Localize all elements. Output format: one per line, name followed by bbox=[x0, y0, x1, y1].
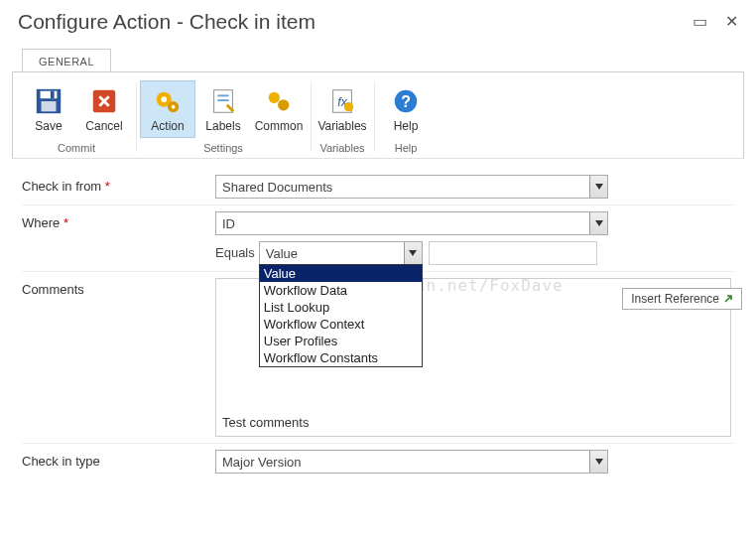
dropdown-option[interactable]: Workflow Data bbox=[260, 282, 422, 299]
ribbon-group-commit: Save Cancel Commit bbox=[17, 80, 136, 158]
window-close-icon[interactable]: ✕ bbox=[725, 14, 738, 30]
group-title-settings: Settings bbox=[140, 138, 307, 156]
labels-button[interactable]: Labels bbox=[195, 80, 251, 138]
save-button[interactable]: Save bbox=[21, 80, 76, 138]
chevron-down-icon bbox=[589, 212, 607, 234]
labels-icon bbox=[207, 85, 239, 117]
equals-text-field[interactable] bbox=[429, 241, 597, 265]
variables-icon: fx bbox=[326, 85, 358, 117]
checkin-from-select[interactable]: Shared Documents bbox=[215, 175, 608, 199]
checkin-from-value: Shared Documents bbox=[222, 180, 332, 195]
chevron-down-icon bbox=[404, 242, 422, 264]
common-icon bbox=[263, 85, 295, 117]
action-button[interactable]: Action bbox=[140, 80, 195, 138]
help-button[interactable]: ? Help bbox=[378, 80, 434, 138]
group-title-help: Help bbox=[378, 138, 434, 156]
equals-select[interactable]: Value bbox=[259, 241, 423, 265]
variables-button[interactable]: fx Variables bbox=[315, 80, 370, 138]
insert-reference-button[interactable]: Insert Reference bbox=[622, 288, 742, 310]
labels-label: Labels bbox=[205, 119, 240, 133]
save-label: Save bbox=[35, 119, 62, 133]
checkin-type-label: Check in type bbox=[22, 450, 215, 469]
common-label: Common bbox=[255, 119, 304, 133]
help-icon: ? bbox=[390, 85, 422, 117]
group-title-variables: Variables bbox=[315, 138, 370, 156]
insert-reference-label: Insert Reference bbox=[631, 292, 719, 306]
gears-icon bbox=[152, 85, 184, 117]
equals-label: Equals bbox=[215, 241, 259, 260]
equals-value: Value bbox=[266, 246, 298, 261]
comments-value: Test comments bbox=[222, 415, 724, 430]
where-select[interactable]: ID bbox=[215, 211, 608, 235]
svg-rect-1 bbox=[41, 91, 58, 99]
group-title-commit: Commit bbox=[21, 138, 132, 156]
checkin-type-value: Major Version bbox=[222, 455, 301, 470]
dropdown-option[interactable]: List Lookup bbox=[260, 299, 422, 316]
ribbon-group-help: ? Help Help bbox=[374, 80, 438, 158]
svg-rect-3 bbox=[51, 91, 55, 99]
tab-general[interactable]: GENERAL bbox=[22, 49, 111, 72]
svg-rect-2 bbox=[42, 101, 57, 111]
svg-point-8 bbox=[172, 105, 176, 109]
svg-text:?: ? bbox=[401, 93, 411, 110]
svg-point-6 bbox=[161, 96, 167, 102]
window-restore-icon[interactable]: ▭ bbox=[693, 14, 707, 30]
dropdown-option[interactable]: Workflow Context bbox=[260, 316, 422, 333]
equals-dropdown: Value Workflow Data List Lookup Workflow… bbox=[259, 264, 423, 367]
chevron-down-icon bbox=[589, 451, 607, 473]
cancel-label: Cancel bbox=[85, 119, 122, 133]
dropdown-option[interactable]: Value bbox=[260, 265, 422, 282]
variables-label: Variables bbox=[317, 119, 366, 133]
where-label: Where * bbox=[22, 211, 215, 230]
checkin-from-label: Check in from * bbox=[22, 175, 215, 194]
svg-point-12 bbox=[269, 92, 280, 103]
checkin-type-select[interactable]: Major Version bbox=[215, 450, 608, 474]
ribbon-group-settings: Action Labels Common Settings bbox=[136, 80, 311, 158]
common-button[interactable]: Common bbox=[251, 80, 307, 138]
dropdown-option[interactable]: Workflow Constants bbox=[260, 349, 422, 366]
page-title: Configure Action - Check in item bbox=[18, 10, 315, 34]
help-label: Help bbox=[394, 119, 419, 133]
cancel-button[interactable]: Cancel bbox=[76, 80, 132, 138]
action-label: Action bbox=[151, 119, 184, 133]
cancel-icon bbox=[88, 85, 120, 117]
arrow-icon bbox=[723, 294, 733, 304]
comments-label: Comments bbox=[22, 278, 215, 297]
ribbon-group-variables: fx Variables Variables bbox=[311, 80, 374, 158]
where-value: ID bbox=[222, 216, 235, 231]
svg-point-13 bbox=[278, 99, 289, 110]
svg-point-16 bbox=[344, 102, 353, 111]
save-icon bbox=[33, 85, 64, 117]
ribbon: Save Cancel Commit Action bbox=[12, 71, 744, 159]
dropdown-option[interactable]: User Profiles bbox=[260, 333, 422, 349]
chevron-down-icon bbox=[589, 176, 607, 198]
